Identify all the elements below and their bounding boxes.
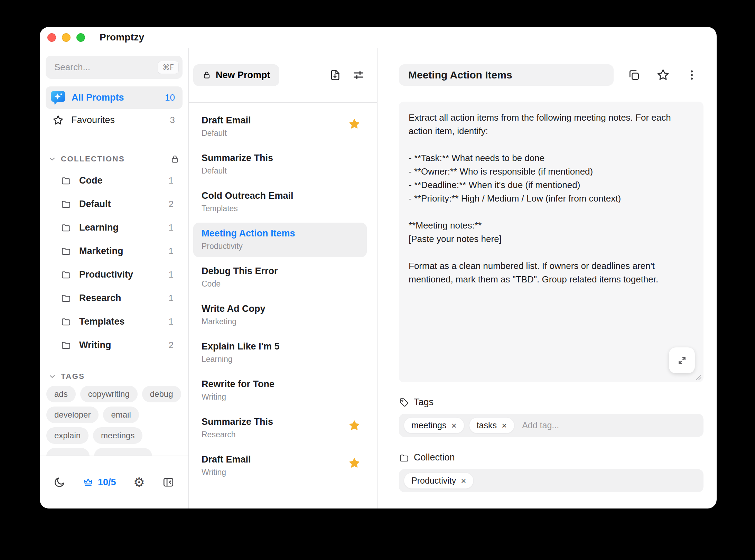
prompt-title: Meeting Action Items (202, 228, 346, 239)
collection-name: Productivity (79, 269, 133, 280)
filter-sliders-icon[interactable] (352, 69, 365, 81)
new-prompt-button[interactable]: New Prompt (193, 64, 279, 86)
favourite-star-icon[interactable] (348, 118, 361, 130)
prompt-body-editor[interactable]: Extract all action items from the follow… (399, 102, 703, 382)
collection-row[interactable]: Learning 1 (46, 216, 183, 239)
crown-icon (83, 477, 94, 488)
prompt-list-item[interactable]: Write Ad Copy Marketing (193, 298, 367, 333)
prompt-list-item[interactable]: Rewrite for Tone Writing (193, 373, 367, 408)
tag-filter-chip-clipped[interactable] (46, 448, 90, 456)
collection-editor[interactable]: Productivity × (399, 469, 703, 492)
tags-editor[interactable]: meetings × tasks × Add tag... (399, 414, 703, 437)
collection-count: 1 (169, 269, 174, 280)
tags-header[interactable]: TAGS (46, 372, 183, 381)
gear-icon[interactable]: ⚙ (133, 476, 145, 489)
tag-pill-label: tasks (477, 420, 497, 430)
tag-filter-chip[interactable]: email (103, 407, 139, 423)
tag-filter-chip[interactable]: copywriting (80, 386, 138, 402)
collection-row[interactable]: Templates 1 (46, 310, 183, 333)
tag-filter-chip[interactable]: ads (46, 386, 76, 402)
search-input[interactable]: Search... ⌘F (46, 56, 183, 79)
prompt-list-item[interactable]: Summarize This Default (193, 147, 367, 182)
tag-cloud: adscopywritingdebugdeveloperemailexplain… (46, 386, 183, 456)
tags-label: Tags (414, 397, 434, 408)
more-options-icon[interactable] (686, 69, 698, 81)
folder-icon (61, 246, 71, 256)
favourite-star-icon[interactable] (348, 419, 361, 432)
tag-filter-chip[interactable]: meetings (93, 427, 142, 444)
collection-row[interactable]: Research 1 (46, 286, 183, 310)
dark-mode-toggle-moon-icon[interactable] (54, 476, 65, 488)
collection-pill: Productivity × (404, 473, 474, 489)
sidebar-item-favourites[interactable]: Favourites 3 (46, 109, 183, 131)
titlebar: Promptzy (40, 27, 717, 48)
tag-icon (399, 397, 409, 408)
collapse-sidebar-icon[interactable] (162, 476, 175, 488)
collection-name: Code (79, 175, 103, 186)
close-icon[interactable]: × (451, 421, 456, 430)
prompt-title: Summarize This (202, 417, 346, 427)
favourite-star-outline-icon[interactable] (656, 68, 670, 82)
import-file-icon[interactable] (329, 69, 341, 81)
all-prompts-count: 10 (165, 92, 175, 103)
collection-count: 2 (169, 340, 174, 351)
prompt-list-item[interactable]: Summarize This Research (193, 411, 367, 446)
folder-icon (61, 269, 71, 280)
tag-pill-label: meetings (411, 420, 446, 430)
prompt-title-input[interactable]: Meeting Action Items (399, 64, 614, 86)
tag-filter-chip[interactable]: developer (46, 407, 99, 423)
close-icon[interactable]: × (502, 421, 507, 430)
folder-icon (61, 293, 71, 303)
sidebar-item-label: All Prompts (72, 92, 124, 103)
copy-icon[interactable] (627, 68, 641, 82)
chevron-down-icon (48, 372, 56, 381)
favourite-star-icon[interactable] (348, 457, 361, 469)
collection-name: Learning (79, 222, 119, 233)
collection-row[interactable]: Default 2 (46, 192, 183, 216)
star-outline-icon (52, 114, 64, 126)
prompt-collection: Learning (202, 355, 346, 364)
prompt-list-item[interactable]: Draft Email Default (193, 110, 367, 144)
prompt-list-item[interactable]: Draft Email Writing (193, 449, 367, 483)
prompt-collection: Writing (202, 392, 346, 402)
new-prompt-label: New Prompt (216, 70, 270, 81)
collection-name: Templates (79, 316, 125, 327)
prompt-title: Draft Email (202, 115, 346, 126)
collection-row[interactable]: Writing 2 (46, 333, 183, 357)
tag-filter-chip[interactable]: debug (142, 386, 181, 402)
tag-filter-chip[interactable]: explain (46, 427, 88, 444)
tag-pill: meetings × (404, 417, 464, 433)
collection-row[interactable]: Productivity 1 (46, 263, 183, 286)
resize-handle[interactable] (695, 373, 702, 381)
favourites-count: 3 (170, 115, 175, 125)
zoom-window-button[interactable] (76, 33, 85, 42)
collections-title: COLLECTIONS (61, 155, 125, 164)
plan-usage-button[interactable]: 10/5 (83, 477, 116, 488)
collections-header[interactable]: COLLECTIONS (46, 154, 183, 164)
prompt-list-item[interactable]: Cold Outreach Email Templates (193, 185, 367, 220)
prompt-list-panel: New Prompt (189, 48, 378, 508)
prompt-collection: Templates (202, 204, 346, 213)
prompt-list-item[interactable]: Explain Like I'm 5 Learning (193, 336, 367, 370)
collection-row[interactable]: Marketing 1 (46, 239, 183, 263)
chevron-down-icon (48, 155, 56, 163)
prompt-collection: Code (202, 279, 346, 289)
add-tag-input[interactable]: Add tag... (522, 420, 559, 430)
prompt-title: Summarize This (202, 153, 346, 164)
collection-row[interactable]: Code 1 (46, 169, 183, 192)
collection-name: Marketing (79, 246, 123, 256)
prompt-collection: Research (202, 430, 346, 439)
close-icon[interactable]: × (461, 476, 466, 485)
search-shortcut-badge: ⌘F (158, 61, 179, 74)
window-title: Promptzy (100, 32, 144, 43)
prompt-list-item[interactable]: Debug This Error Code (193, 260, 367, 295)
app-window: Promptzy Search... ⌘F (40, 27, 717, 508)
sidebar-item-all-prompts[interactable]: All Prompts 10 (46, 86, 183, 109)
tag-filter-chip-clipped[interactable] (94, 448, 152, 456)
expand-icon[interactable] (669, 347, 695, 373)
collection-label-row: Collection (399, 452, 703, 463)
minimize-window-button[interactable] (62, 33, 71, 42)
collection-pill-label: Productivity (411, 476, 456, 486)
prompt-list-item[interactable]: Meeting Action Items Productivity (193, 223, 367, 257)
close-window-button[interactable] (47, 33, 56, 42)
